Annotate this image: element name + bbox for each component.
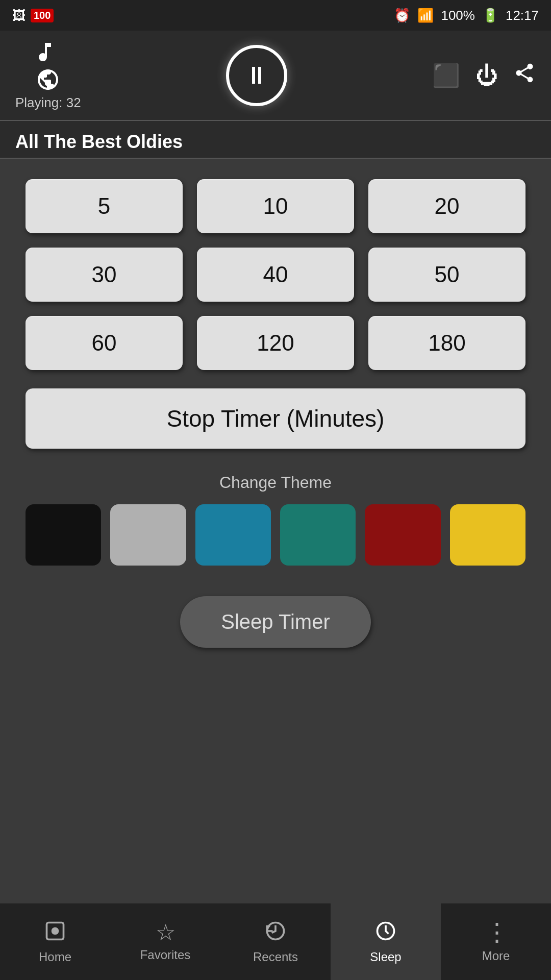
timer-grid: 5 10 20 30 40 50 60 120 180 [26,179,525,370]
timer-btn-20[interactable]: 20 [368,179,525,233]
player-center: ⏸ [226,45,287,106]
bottom-nav: Home ☆ Favorites Recents Sleep ⋮ More [0,903,551,980]
theme-label: Change Theme [26,473,525,492]
favorites-icon: ☆ [156,921,176,944]
nav-favorites-label: Favorites [140,948,191,962]
sleep-timer-label: Sleep Timer [221,610,330,633]
theme-swatch-teal[interactable] [280,504,356,566]
sleep-timer-button[interactable]: Sleep Timer [180,596,370,648]
nav-sleep-label: Sleep [370,950,401,964]
timer-btn-120[interactable]: 120 [197,316,354,370]
svg-point-1 [52,927,59,935]
timer-btn-50[interactable]: 50 [368,248,525,302]
battery-label: 100% [441,8,475,23]
status-right: ⏰ 📶 100% 🔋 12:17 [394,8,539,23]
timer-btn-180[interactable]: 180 [368,316,525,370]
stop-timer-button[interactable]: Stop Timer (Minutes) [26,388,525,449]
share-icon[interactable] [513,62,536,89]
more-icon: ⋮ [485,920,507,945]
nav-recents[interactable]: Recents [220,903,331,980]
globe-icon[interactable] [36,67,60,92]
timer-btn-30[interactable]: 30 [26,248,183,302]
timer-btn-40[interactable]: 40 [197,248,354,302]
timer-btn-5[interactable]: 5 [26,179,183,233]
music-icon[interactable] [36,40,60,64]
station-name: All The Best Oldies [15,131,183,152]
power-icon[interactable]: ⏻ [475,63,498,88]
home-icon [44,920,66,946]
sleep-icon [374,920,397,946]
nav-home-label: Home [39,950,71,964]
theme-swatch-red[interactable] [365,504,440,566]
wifi-icon: 📶 [417,8,434,23]
app-icon: 100 [31,9,54,22]
theme-swatch-gray[interactable] [110,504,186,566]
time-label: 12:17 [506,8,539,23]
player-bar: Playing: 32 ⏸ ⬛ ⏻ [0,31,551,121]
nav-more[interactable]: ⋮ More [441,903,551,980]
theme-swatches [26,504,525,566]
theme-swatch-blue[interactable] [195,504,271,566]
main-content: 5 10 20 30 40 50 60 120 180 Stop Timer (… [0,159,551,678]
theme-swatch-yellow[interactable] [450,504,525,566]
pause-icon: ⏸ [244,63,269,88]
nav-favorites[interactable]: ☆ Favorites [110,903,220,980]
nav-home[interactable]: Home [0,903,110,980]
nav-sleep[interactable]: Sleep [331,903,441,980]
playing-label: Playing: 32 [15,95,81,111]
player-right: ⬛ ⏻ [432,62,536,89]
timer-btn-60[interactable]: 60 [26,316,183,370]
stop-timer-label: Stop Timer (Minutes) [167,405,385,432]
alarm-icon: ⏰ [394,8,410,23]
stop-icon[interactable]: ⬛ [432,62,460,89]
theme-swatch-black[interactable] [26,504,101,566]
station-title: All The Best Oldies [0,121,551,158]
recents-icon [264,920,287,946]
timer-btn-10[interactable]: 10 [197,179,354,233]
nav-recents-label: Recents [253,950,298,964]
photo-icon: 🖼 [12,8,26,23]
pause-button[interactable]: ⏸ [226,45,287,106]
battery-icon: 🔋 [482,8,498,23]
player-left: Playing: 32 [15,40,81,111]
nav-more-label: More [482,949,510,963]
status-left: 🖼 100 [12,8,54,23]
status-bar: 🖼 100 ⏰ 📶 100% 🔋 12:17 [0,0,551,31]
